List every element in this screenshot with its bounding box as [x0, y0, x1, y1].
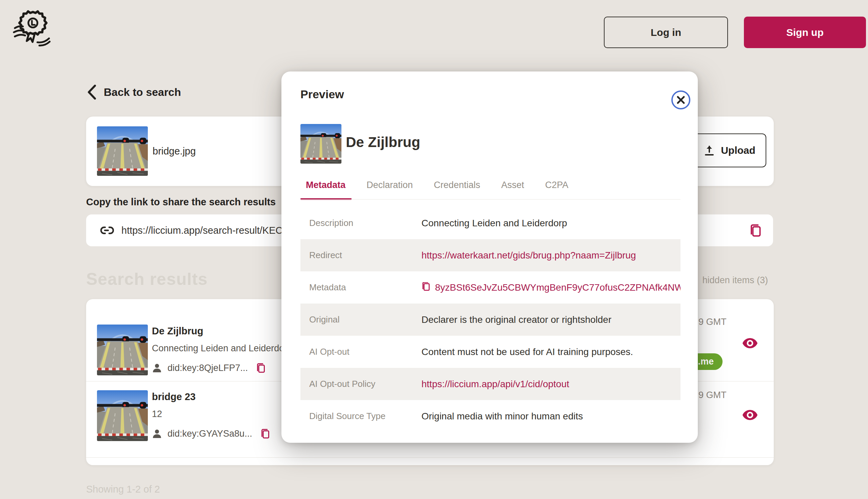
row-value-link[interactable]: https://liccium.app/api/v1/cid/optout	[421, 379, 569, 390]
table-row-redirect: Redirect https://waterkaart.net/gids/bru…	[300, 239, 680, 271]
tab-c2pa[interactable]: C2PA	[539, 180, 575, 199]
row-value-link[interactable]: 8yzBSt6SeJvZu5CBWYmgBenF9yC77ofusC2ZPNAf…	[435, 282, 680, 293]
row-label: Metadata	[300, 282, 421, 293]
row-value-link[interactable]: https://waterkaart.net/gids/brug.php?naa…	[421, 250, 636, 261]
back-to-search-link[interactable]: Back to search	[87, 85, 181, 100]
metadata-table: Description Connecting Leiden and Leider…	[300, 207, 680, 432]
tabs-divider	[300, 199, 680, 199]
table-row-original: Original Declarer is the original creato…	[300, 304, 680, 336]
results-count-label: Showing 1-2 of 2	[86, 484, 160, 495]
asset-thumbnail	[300, 124, 342, 163]
row-label: Redirect	[300, 250, 421, 260]
table-row-digital-source-type: Digital Source Type Original media with …	[300, 400, 680, 432]
row-label: AI Opt-out Policy	[300, 379, 421, 389]
row-label: Description	[300, 218, 421, 228]
result-subtitle: 12	[152, 409, 162, 419]
view-result-button[interactable]	[742, 336, 758, 351]
link-icon	[100, 224, 114, 236]
row-label: Digital Source Type	[300, 411, 421, 422]
view-result-button[interactable]	[742, 407, 758, 423]
tab-asset[interactable]: Asset	[495, 180, 530, 199]
bridge-thumbnail	[97, 126, 148, 176]
result-timestamp: 9 GMT	[699, 390, 727, 400]
search-results-heading: Search results	[86, 269, 208, 289]
card-footer-divider	[86, 457, 774, 458]
close-icon[interactable]	[671, 90, 691, 110]
table-row-ai-opt-out-policy: AI Opt-out Policy https://liccium.app/ap…	[300, 368, 680, 400]
row-value: Original media with minor human edits	[421, 411, 583, 422]
result-title: bridge 23	[152, 391, 195, 402]
table-row-description: Description Connecting Leiden and Leider…	[300, 207, 680, 239]
liccium-badge-logo[interactable]	[12, 8, 53, 47]
tab-credentials[interactable]: Credentials	[428, 180, 487, 199]
modal-title: Preview	[300, 88, 344, 101]
signup-button[interactable]: Sign up	[744, 16, 866, 48]
row-label: Original	[300, 314, 421, 325]
modal-tabs: Metadata Declaration Credentials Asset C…	[300, 180, 574, 199]
upload-button[interactable]: Upload	[693, 133, 766, 167]
table-row-metadata: Metadata 8yzBSt6SeJvZu5CBWYmgBenF9yC77of…	[300, 271, 680, 304]
preview-modal: Preview De Zijlbrug Metadata Declaration…	[282, 72, 698, 443]
asset-title: De Zijlbrug	[346, 134, 420, 150]
bridge-thumbnail	[97, 390, 148, 441]
person-icon	[152, 428, 162, 439]
back-to-search-label: Back to search	[104, 86, 181, 99]
upload-icon	[704, 145, 715, 156]
page: Log in Sign up Back to search bridge.jpg…	[0, 0, 868, 499]
login-button[interactable]: Log in	[604, 16, 728, 48]
copy-did-icon[interactable]	[260, 428, 270, 439]
result-did: did:key:GYAYSa8u...	[167, 428, 252, 439]
result-timestamp: 9 GMT	[699, 317, 727, 327]
eye-icon	[742, 410, 758, 421]
copy-metadata-icon[interactable]	[421, 282, 430, 292]
chevron-left-icon	[87, 85, 96, 100]
copy-url-icon[interactable]	[749, 223, 762, 238]
result-title: De Zijlbrug	[152, 326, 203, 337]
result-subtitle: Connecting Leiden and Leiderdorp	[152, 343, 292, 354]
eye-icon	[742, 338, 758, 349]
row-value: Connecting Leiden and Leiderdorp	[421, 218, 567, 229]
hidden-items-toggle[interactable]: hidden items (3)	[702, 275, 768, 285]
upload-label: Upload	[721, 145, 756, 156]
row-label: AI Opt-out	[300, 346, 421, 357]
uploaded-filename: bridge.jpg	[153, 146, 195, 157]
tab-declaration[interactable]: Declaration	[360, 180, 419, 199]
row-value: Content must not be used for AI training…	[421, 346, 633, 357]
row-value: Declarer is the original creator or righ…	[421, 314, 611, 325]
tab-metadata[interactable]: Metadata	[300, 180, 352, 199]
share-link-heading: Copy the link to share the search result…	[86, 196, 276, 208]
table-row-ai-opt-out: AI Opt-out Content must not be used for …	[300, 336, 680, 368]
